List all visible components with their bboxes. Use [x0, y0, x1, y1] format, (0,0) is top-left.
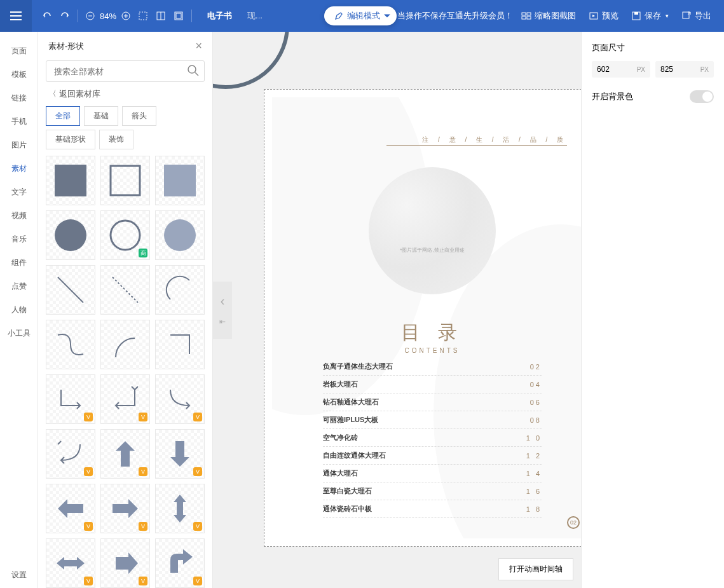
badge-vip: V — [84, 522, 93, 531]
contents-heading: 目 录 — [401, 320, 463, 346]
layout2-button[interactable] — [174, 11, 184, 21]
tab-arrow[interactable]: 箭头 — [122, 106, 156, 126]
open-timeline-button[interactable]: 打开动画时间轴 — [498, 558, 573, 580]
contents-subheading: CONTENTS — [401, 347, 463, 354]
shape-curve-s[interactable] — [46, 320, 95, 369]
sidebar-item-video[interactable]: 视频 — [0, 204, 38, 228]
badge-vip: V — [193, 467, 202, 476]
upgrade-banner[interactable]: 当操作不保存互通先升级会员！ — [397, 10, 513, 22]
thumbnail-button[interactable]: 缩略图截图 — [521, 10, 576, 22]
shape-elbow-left[interactable]: V — [100, 374, 150, 424]
sidebar-item-link[interactable]: 链接 — [0, 86, 38, 110]
svg-line-26 — [58, 277, 83, 303]
fit-button[interactable] — [138, 11, 148, 21]
width-input[interactable] — [597, 65, 629, 74]
export-button[interactable]: 导出 — [681, 10, 711, 22]
shape-circle-light[interactable] — [155, 210, 205, 260]
sidebar-item-mobile[interactable]: 手机 — [0, 110, 38, 133]
tab-basic[interactable]: 基础 — [84, 106, 118, 126]
selected-circle-element[interactable] — [213, 32, 289, 89]
svg-point-18 — [188, 65, 196, 73]
canvas-area: ‹⇤ ›⇥ 注 / 意 / 生 / 活 / 品 / 质 *图片源于网络,禁止商业… — [213, 32, 581, 588]
svg-point-24 — [111, 221, 140, 250]
tab-all[interactable]: 全部 — [46, 106, 80, 126]
shape-arrow-right[interactable]: V — [100, 484, 150, 533]
sidebar-item-widget[interactable]: 小工具 — [0, 322, 38, 345]
tab-basic-shapes[interactable]: 基础形状 — [46, 130, 95, 149]
bg-color-toggle[interactable] — [690, 90, 714, 103]
panel-close-button[interactable]: × — [195, 39, 202, 53]
edit-icon — [334, 11, 343, 20]
zoom-out-button[interactable] — [86, 11, 95, 20]
properties-panel: 页面尺寸 PX PX 开启背景色 — [581, 32, 724, 588]
save-button[interactable]: 保存 — [631, 10, 669, 22]
toc-row: 自由连纹通体大理石1 2 — [323, 447, 542, 465]
svg-rect-5 — [139, 12, 147, 20]
sidebar-item-image[interactable]: 图片 — [0, 133, 38, 157]
marble-note: *图片源于网络,禁止商业用途 — [400, 247, 464, 254]
sidebar-settings[interactable]: 设置 — [11, 562, 27, 588]
undo-button[interactable] — [42, 11, 52, 21]
layout1-button[interactable] — [156, 11, 166, 21]
badge-vip: V — [139, 467, 147, 476]
shape-square-light[interactable] — [155, 156, 205, 205]
mode-ebook[interactable]: 电子书 — [200, 8, 240, 24]
sidebar-item-text[interactable]: 文字 — [0, 181, 38, 204]
preview-button[interactable]: 预览 — [589, 10, 618, 22]
tab-decoration[interactable]: 装饰 — [99, 130, 133, 149]
shape-arrow-up[interactable]: V — [100, 429, 150, 479]
shape-arrow-left[interactable]: V — [46, 484, 95, 533]
sidebar-item-component[interactable]: 组件 — [0, 251, 38, 275]
search-icon[interactable] — [187, 64, 200, 77]
sidebar-item-template[interactable]: 模板 — [0, 63, 38, 86]
back-to-library[interactable]: 〈 返回素材库 — [38, 88, 212, 106]
shape-curve-arrow2[interactable]: V — [46, 429, 95, 479]
svg-point-25 — [164, 219, 196, 251]
height-input[interactable] — [660, 65, 692, 74]
badge-commercial: 商 — [139, 249, 147, 257]
redo-button[interactable] — [60, 11, 70, 21]
menu-button[interactable] — [0, 0, 32, 32]
top-toolbar: 84% 电子书 现... 编辑模式 当操作不保存互通先升级会员！ 缩略图截图 预… — [0, 0, 724, 32]
page-number: 02 — [567, 516, 580, 529]
zoom-level: 84% — [100, 11, 116, 21]
svg-rect-11 — [527, 13, 531, 15]
badge-vip: V — [84, 577, 93, 585]
shape-arrow-down[interactable]: V — [155, 429, 205, 479]
sidebar-item-material[interactable]: 素材 — [0, 157, 38, 181]
sidebar-item-person[interactable]: 人物 — [0, 298, 38, 322]
shape-line-diagonal[interactable] — [46, 265, 95, 315]
shape-elbow-right[interactable]: V — [46, 374, 95, 424]
badge-vip: V — [139, 413, 147, 421]
shape-arrow-block[interactable]: V — [100, 538, 150, 588]
svg-rect-16 — [634, 12, 638, 15]
shape-arrow-updown[interactable]: V — [155, 484, 205, 533]
canvas-page[interactable]: 注 / 意 / 生 / 活 / 品 / 质 *图片源于网络,禁止商业用途 目 录… — [264, 89, 581, 547]
shape-curve-arrow[interactable]: V — [155, 374, 205, 424]
badge-vip: V — [139, 577, 147, 585]
shape-square-solid[interactable] — [46, 156, 95, 205]
shape-arrow-leftright[interactable]: V — [46, 538, 95, 588]
marble-circle: *图片源于网络,禁止商业用途 — [369, 167, 496, 294]
shape-line-dashed[interactable] — [100, 265, 150, 315]
shape-arrow-turn[interactable]: V — [155, 538, 205, 588]
shape-circle-outline[interactable]: 商 — [100, 210, 150, 260]
shape-circle-solid[interactable] — [46, 210, 95, 260]
shape-arc[interactable] — [155, 265, 205, 315]
zoom-in-button[interactable] — [121, 11, 130, 20]
svg-point-23 — [55, 219, 86, 251]
sidebar-item-like[interactable]: 点赞 — [0, 275, 38, 298]
mode-other[interactable]: 现... — [247, 10, 263, 22]
toc-row: 可丽雅IPLUS大板08 — [323, 411, 542, 429]
edit-mode-pill[interactable]: 编辑模式 — [324, 6, 397, 25]
svg-line-27 — [113, 277, 138, 303]
sidebar-item-page[interactable]: 页面 — [0, 39, 38, 63]
sidebar-item-music[interactable]: 音乐 — [0, 228, 38, 251]
shape-quarter-circle[interactable] — [100, 320, 150, 369]
shape-square-outline[interactable] — [100, 156, 150, 205]
toc-row: 通体瓷砖石中板1 8 — [323, 500, 542, 518]
svg-rect-20 — [55, 165, 86, 196]
search-input[interactable] — [46, 60, 205, 82]
shape-corner[interactable] — [155, 320, 205, 369]
prev-page-button[interactable]: ‹⇤ — [213, 282, 232, 339]
